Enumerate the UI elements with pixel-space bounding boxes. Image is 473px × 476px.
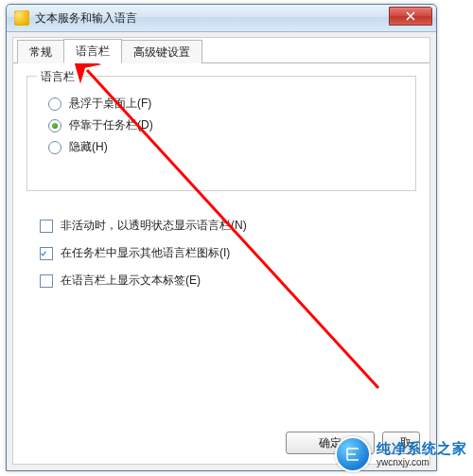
tab-label: 常规 — [29, 45, 52, 59]
language-bar-group: 语言栏 悬浮于桌面上(F) 停靠于任务栏(D) 隐藏(H) — [26, 76, 416, 191]
radio-float-desktop[interactable]: 悬浮于桌面上(F) — [48, 96, 415, 112]
radio-label: 停靠于任务栏(D) — [69, 117, 153, 133]
radio-label: 悬浮于桌面上(F) — [69, 96, 151, 112]
tab-label: 语言栏 — [76, 44, 110, 58]
options-block: 非活动时，以透明状态显示语言栏(N) 在任务栏中显示其他语言栏图标(I) 在语言… — [40, 206, 418, 300]
checkbox-icon — [40, 220, 53, 233]
checkbox-label: 在任务栏中显示其他语言栏图标(I) — [61, 245, 230, 261]
titlebar[interactable]: 文本服务和输入语言 — [7, 5, 436, 32]
checkbox-icon — [40, 274, 53, 288]
check-show-extra-icons[interactable]: 在任务栏中显示其他语言栏图标(I) — [40, 245, 418, 261]
watermark-url: ywcnxjy.com — [377, 457, 467, 467]
radio-label: 隐藏(H) — [69, 139, 108, 155]
app-icon — [14, 10, 29, 26]
watermark-badge-icon — [335, 436, 371, 472]
close-button[interactable] — [389, 7, 432, 26]
checkbox-label: 在语言栏上显示文本标签(E) — [61, 273, 201, 289]
tab-language-bar[interactable]: 语言栏 — [63, 39, 122, 63]
check-transparent-inactive[interactable]: 非活动时，以透明状态显示语言栏(N) — [40, 218, 418, 234]
tab-advanced-keys[interactable]: 高级键设置 — [121, 40, 202, 63]
checkbox-icon — [40, 247, 53, 260]
radio-icon — [48, 97, 61, 111]
checkbox-label: 非活动时，以透明状态显示语言栏(N) — [61, 218, 247, 234]
check-show-text-labels[interactable]: 在语言栏上显示文本标签(E) — [40, 273, 418, 289]
group-legend: 语言栏 — [37, 69, 79, 85]
watermark: 纯净系统之家 ywcnxjy.com — [335, 436, 467, 472]
radio-dock-taskbar[interactable]: 停靠于任务栏(D) — [48, 117, 415, 133]
window-title: 文本服务和输入语言 — [35, 10, 137, 26]
client-area: 常规 语言栏 高级键设置 语言栏 悬浮于桌面上(F) 停靠于任务栏(D) 隐藏(… — [12, 37, 430, 465]
radio-icon — [48, 119, 61, 132]
tab-label: 高级键设置 — [133, 45, 190, 59]
tab-general[interactable]: 常规 — [17, 40, 64, 63]
radio-icon — [48, 141, 61, 154]
tabstrip: 常规 语言栏 高级键设置 — [13, 38, 429, 63]
close-icon — [406, 11, 415, 21]
watermark-name: 纯净系统之家 — [377, 441, 467, 457]
radio-hidden[interactable]: 隐藏(H) — [48, 139, 415, 155]
dialog-window: 文本服务和输入语言 常规 语言栏 高级键设置 语言栏 悬浮于桌面上(F) 停靠于… — [6, 4, 437, 471]
